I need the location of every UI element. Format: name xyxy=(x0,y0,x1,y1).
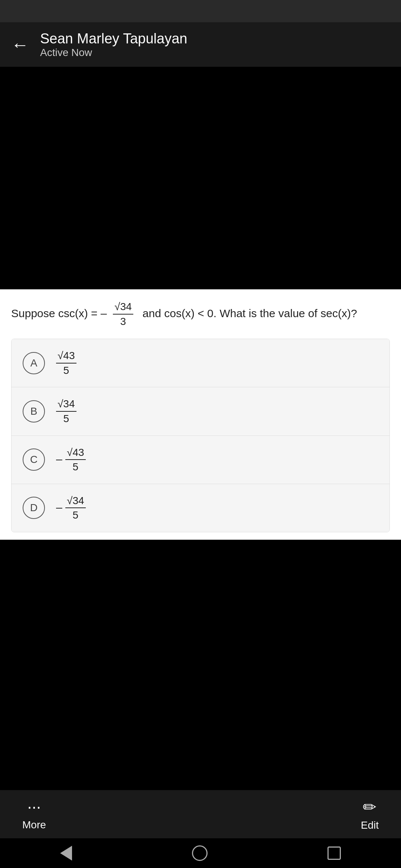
more-label: More xyxy=(22,819,46,831)
edit-icon: ✏ xyxy=(363,798,376,816)
contact-status: Active Now xyxy=(40,47,187,59)
nav-back-button[interactable] xyxy=(60,846,72,861)
more-button[interactable]: ··· More xyxy=(22,798,46,831)
back-nav-icon xyxy=(60,846,72,861)
recent-nav-icon xyxy=(327,846,341,860)
status-bar xyxy=(0,0,401,22)
option-b-letter: B xyxy=(23,400,45,423)
option-c-row[interactable]: C – √43 5 xyxy=(12,436,389,484)
more-icon: ··· xyxy=(27,798,41,816)
content-area: Suppose csc(x) = – √34 3 and cos(x) < 0.… xyxy=(0,289,401,540)
option-d-letter: D xyxy=(23,497,45,519)
nav-home-button[interactable] xyxy=(192,845,208,861)
option-a-letter: A xyxy=(23,352,45,374)
options-container: A √43 5 B √34 5 C – xyxy=(11,339,390,532)
option-c-letter: C xyxy=(23,448,45,471)
option-d-row[interactable]: D – √34 5 xyxy=(12,484,389,532)
option-b-row[interactable]: B √34 5 xyxy=(12,387,389,435)
option-c-value: – √43 5 xyxy=(56,446,86,473)
option-a-value: √43 5 xyxy=(56,349,76,377)
option-b-value: √34 5 xyxy=(56,398,76,425)
lower-black-area xyxy=(0,540,401,792)
edit-button[interactable]: ✏ Edit xyxy=(361,798,379,831)
contact-name: Sean Marley Tapulayan xyxy=(40,31,187,47)
bottom-toolbar: ··· More ✏ Edit xyxy=(0,790,401,838)
back-button[interactable]: ← xyxy=(11,34,29,55)
nav-bar xyxy=(0,838,401,868)
question-text: Suppose csc(x) = – √34 3 and cos(x) < 0.… xyxy=(11,300,390,328)
edit-label: Edit xyxy=(361,819,379,831)
home-nav-icon xyxy=(192,845,208,861)
nav-recent-button[interactable] xyxy=(327,846,341,860)
header: ← Sean Marley Tapulayan Active Now xyxy=(0,22,401,67)
option-d-value: – √34 5 xyxy=(56,494,86,522)
header-info: Sean Marley Tapulayan Active Now xyxy=(40,31,187,59)
option-a-row[interactable]: A √43 5 xyxy=(12,339,389,387)
media-area xyxy=(0,67,401,289)
